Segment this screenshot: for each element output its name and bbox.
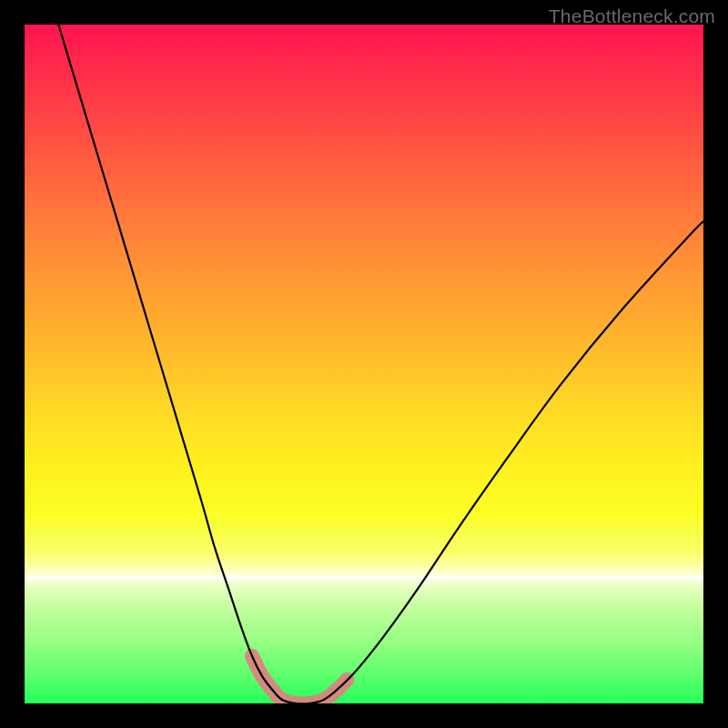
bottleneck-curve	[58, 25, 703, 703]
watermark-text: TheBottleneck.com	[549, 5, 715, 27]
curve-layer	[25, 25, 703, 703]
chart-frame: TheBottleneck.com	[0, 0, 728, 728]
highlight-zone	[252, 656, 347, 703]
plot-area	[25, 25, 703, 703]
